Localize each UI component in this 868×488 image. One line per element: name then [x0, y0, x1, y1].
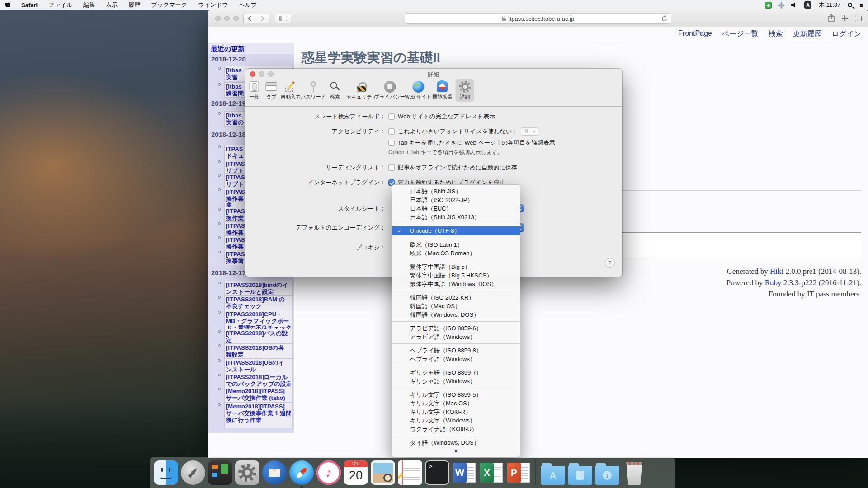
textedit-dock-icon[interactable]: [398, 460, 422, 485]
nav-search[interactable]: 検索: [769, 29, 783, 39]
menu-item[interactable]: ヘブライ語（Windows）: [392, 355, 520, 363]
notification-center-icon[interactable]: ≡: [859, 2, 863, 9]
ruby-link[interactable]: Ruby: [765, 278, 782, 287]
input-source-icon[interactable]: A: [804, 1, 811, 9]
tab-highlight-checkbox[interactable]: [388, 140, 395, 146]
calendar-dock-icon[interactable]: 12月 20: [344, 460, 368, 485]
tab-extensions[interactable]: 機能拡張: [429, 79, 455, 102]
volume-icon[interactable]: [791, 2, 797, 8]
vpn-disconnected-icon[interactable]: [778, 1, 785, 9]
tab-passwords[interactable]: パスワード: [297, 79, 329, 102]
menu-item[interactable]: ヘブライ語（ISO 8859-8）: [392, 346, 520, 355]
tab-general[interactable]: 一般: [245, 79, 264, 102]
menu-item[interactable]: 欧米（Mac OS Roman）: [392, 249, 520, 258]
help-button[interactable]: ?: [605, 258, 615, 268]
terminal-dock-icon[interactable]: >_: [425, 460, 449, 485]
tab-advanced[interactable]: 詳細: [456, 79, 474, 102]
nav-history[interactable]: 更新履歴: [793, 29, 822, 39]
downloads-folder-dock-icon[interactable]: ↓: [595, 466, 619, 485]
finder-dock-icon[interactable]: [154, 460, 178, 485]
menu-item[interactable]: キリル文字（KOI8-R）: [392, 408, 520, 416]
bullet-icon: [218, 174, 221, 177]
menu-item[interactable]: 韓国語（ISO 2022-KR）: [392, 293, 520, 302]
zoom-window-button[interactable]: [233, 16, 239, 21]
menu-edit[interactable]: 編集: [83, 1, 95, 9]
apple-menu-icon[interactable]: [5, 2, 10, 9]
smart-search-checkbox[interactable]: [388, 113, 395, 120]
menu-scroll-down-arrow[interactable]: ▼: [392, 447, 520, 454]
mission-control-dock-icon[interactable]: [208, 460, 232, 485]
minimize-window-button[interactable]: [224, 16, 230, 21]
menu-item[interactable]: アラビア語（Windows）: [392, 333, 520, 341]
tab-overview-icon[interactable]: [855, 16, 862, 21]
preview-dock-icon[interactable]: [371, 460, 395, 485]
tab-highlight-row: Tab キーを押したときに Web ページ上の各項目を強調表示: [245, 139, 622, 148]
sidebar-toggle-button[interactable]: [275, 14, 291, 23]
menu-file[interactable]: ファイル: [48, 1, 72, 9]
bullet-icon: [218, 374, 221, 376]
menu-item[interactable]: 日本語（Shift JIS X0213）: [392, 213, 520, 221]
sidebar-partial-item: [224, 423, 293, 428]
menu-item[interactable]: アラビア語（ISO 8859-6）: [392, 324, 520, 333]
spotlight-search-icon[interactable]: [848, 3, 852, 7]
reload-icon[interactable]: [661, 15, 667, 22]
menu-separator: [392, 366, 520, 366]
close-window-button[interactable]: [215, 16, 221, 21]
bullet-icon: [218, 311, 221, 314]
address-bar[interactable]: itpass.scitec.kobe-u.ac.jp: [405, 13, 671, 24]
menu-item[interactable]: ギリシャ語（ISO 8859-7）: [392, 368, 520, 377]
thunderbird-dock-icon[interactable]: [262, 460, 287, 485]
powerpoint-dock-icon[interactable]: P: [506, 460, 531, 485]
reading-list-checkbox[interactable]: [388, 164, 395, 171]
lock-icon: [502, 18, 506, 21]
menu-item[interactable]: 繁体字中国語（Big 5 HKSCS）: [392, 271, 520, 280]
menu-item[interactable]: キリル文字（ISO 8859-5）: [392, 390, 520, 399]
launchpad-dock-icon[interactable]: [181, 460, 205, 485]
excel-dock-icon[interactable]: X: [479, 460, 504, 485]
bullet-icon: [218, 160, 221, 163]
menu-item[interactable]: キリル文字（Windows）: [392, 416, 520, 425]
hiki-link[interactable]: Hiki: [770, 267, 783, 276]
min-font-size-checkbox[interactable]: [388, 128, 395, 135]
menu-window[interactable]: ウインドウ: [198, 1, 228, 9]
menu-item[interactable]: 日本語（Shift JIS）: [392, 187, 520, 196]
menu-view[interactable]: 表示: [106, 1, 118, 9]
menu-item[interactable]: 韓国語（Mac OS）: [392, 302, 520, 310]
menu-bookmarks[interactable]: ブックマーク: [151, 1, 187, 9]
nav-frontpage[interactable]: FrontPage: [678, 29, 712, 39]
menu-item[interactable]: ギリシャ語（Windows）: [392, 377, 520, 385]
new-tab-icon[interactable]: [842, 15, 848, 21]
word-dock-icon[interactable]: W: [452, 460, 476, 485]
menu-history[interactable]: 履歴: [128, 1, 140, 9]
font-size-select[interactable]: 9: [521, 127, 538, 136]
safari-dock-icon[interactable]: [289, 460, 314, 485]
menu-safari[interactable]: Safari: [21, 2, 38, 9]
itunes-dock-icon[interactable]: ♪: [316, 460, 341, 485]
menu-item-selected[interactable]: ✓ Unicode（UTF-8）: [392, 226, 520, 235]
nav-page-list[interactable]: ページ一覧: [722, 29, 759, 39]
green-app-menu-extra-icon[interactable]: [765, 2, 772, 9]
dock: ♪ 12月 20 >_ W X P A ↓: [150, 457, 675, 488]
trash-dock-icon[interactable]: [625, 461, 644, 485]
menu-item[interactable]: 日本語（ISO 2022-JP）: [392, 196, 520, 204]
share-icon[interactable]: [828, 14, 835, 22]
documents-folder-dock-icon[interactable]: [568, 466, 592, 485]
menu-item[interactable]: キリル文字（Mac OS）: [392, 399, 520, 408]
menu-item[interactable]: タイ語（Windows, DOS）: [392, 438, 520, 447]
menu-item[interactable]: 日本語（EUC）: [392, 204, 520, 213]
menu-help[interactable]: ヘルプ: [239, 1, 257, 9]
applications-folder-dock-icon[interactable]: A: [541, 466, 565, 485]
menu-item[interactable]: 繁体字中国語（Windows, DOS）: [392, 280, 520, 288]
forward-button[interactable]: [256, 14, 269, 23]
nav-login[interactable]: ログイン: [832, 29, 862, 39]
menu-bar-clock[interactable]: 木 11:37: [819, 1, 840, 9]
header-divider: [208, 43, 861, 43]
system-preferences-dock-icon[interactable]: [235, 460, 259, 485]
back-button[interactable]: [243, 14, 256, 23]
menu-item[interactable]: 欧米（ISO Latin 1）: [392, 240, 520, 249]
menu-bar: Safari ファイル 編集 表示 履歴 ブックマーク ウインドウ ヘルプ A …: [0, 0, 868, 10]
tab-search[interactable]: 検索: [326, 79, 344, 102]
menu-item[interactable]: 繁体字中国語（Big 5）: [392, 263, 520, 271]
menu-item[interactable]: 韓国語（Windows, DOS）: [392, 310, 520, 319]
menu-item[interactable]: ウクライナ語（KOI8-U）: [392, 425, 520, 433]
